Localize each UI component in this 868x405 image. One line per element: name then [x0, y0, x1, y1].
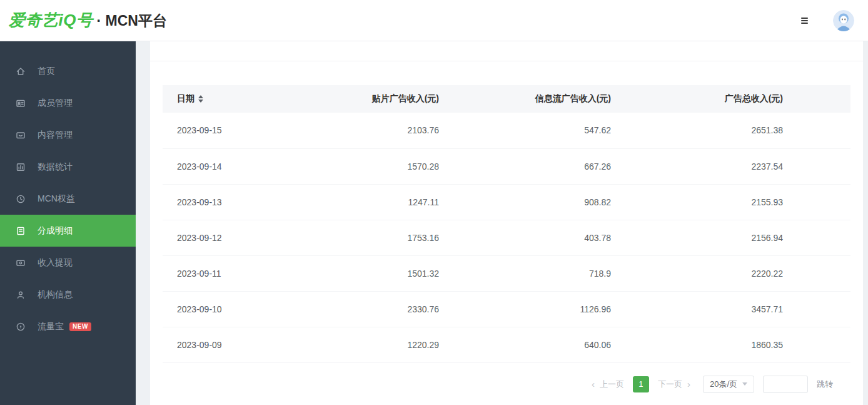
sidebar-item-traffic[interactable]: 流量宝 NEW	[0, 310, 136, 342]
sidebar-item-label: 分成明细	[38, 225, 73, 237]
logo-product-text: · MCN平台	[96, 11, 166, 31]
mcn-platform-app: 爱奇艺iQ号 · MCN平台 首页	[0, 0, 868, 405]
cell-patch-ad: 2103.76	[335, 113, 507, 148]
page-size-value: 20条/页	[710, 379, 737, 390]
member-card-icon	[16, 98, 26, 108]
sidebar-item-members[interactable]: 成员管理	[0, 87, 136, 119]
cell-patch-ad: 1220.29	[335, 327, 507, 362]
cell-patch-ad: 1501.32	[335, 255, 507, 291]
avatar-mascot-icon	[833, 10, 854, 31]
cell-total-ad: 3457.71	[679, 291, 850, 327]
sidebar-item-label: 数据统计	[38, 161, 73, 173]
cell-patch-ad: 2330.76	[335, 291, 507, 327]
column-header-total-ad: 广告总收入(元)	[679, 85, 850, 113]
cell-total-ad: 2156.94	[679, 220, 850, 255]
header-actions	[800, 10, 854, 31]
sidebar-item-label: 流量宝	[38, 321, 64, 332]
user-avatar[interactable]	[833, 10, 854, 31]
cell-date: 2023-09-11	[163, 255, 335, 291]
sidebar-item-stats[interactable]: 数据统计	[0, 151, 136, 183]
sidebar-nav: 首页 成员管理 内容管理 数据统计 MCN权益	[0, 41, 136, 405]
document-icon	[16, 226, 26, 236]
cell-patch-ad: 1570.28	[335, 148, 507, 184]
cell-feed-ad: 640.06	[507, 327, 679, 362]
content-tv-icon	[16, 130, 26, 140]
cell-total-ad: 1860.35	[679, 327, 850, 362]
revenue-table-container: 日期 贴片广告收入(元) 信息流广告收入(元) 广告总收入(元) 2023-09…	[150, 61, 863, 393]
sidebar-item-label: 机构信息	[38, 289, 73, 300]
top-header: 爱奇艺iQ号 · MCN平台	[0, 0, 868, 41]
jump-button[interactable]: 跳转	[817, 379, 833, 390]
cell-date: 2023-09-12	[163, 220, 335, 255]
card-toolbar	[150, 41, 863, 61]
column-header-date[interactable]: 日期	[163, 85, 335, 113]
cell-feed-ad: 547.62	[507, 113, 679, 148]
cell-date: 2023-09-10	[163, 291, 335, 327]
table-row: 2023-09-09 1220.29 640.06 1860.35	[163, 327, 850, 362]
user-icon	[16, 290, 26, 300]
table-row: 2023-09-14 1570.28 667.26 2237.54	[163, 148, 850, 184]
cell-date: 2023-09-13	[163, 184, 335, 220]
home-icon	[16, 66, 26, 76]
bar-chart-icon	[16, 162, 26, 172]
sort-icon[interactable]	[198, 95, 203, 103]
cell-feed-ad: 667.26	[507, 148, 679, 184]
table-row: 2023-09-13 1247.11 908.82 2155.93	[163, 184, 850, 220]
cell-feed-ad: 403.78	[507, 220, 679, 255]
sidebar-item-home[interactable]: 首页	[0, 55, 136, 87]
column-header-feed-ad: 信息流广告收入(元)	[507, 85, 679, 113]
sidebar-item-label: 成员管理	[38, 98, 73, 109]
new-badge: NEW	[69, 322, 91, 331]
content-card: 日期 贴片广告收入(元) 信息流广告收入(元) 广告总收入(元) 2023-09…	[150, 41, 863, 405]
cell-total-ad: 2651.38	[679, 113, 850, 148]
sidebar-item-label: 收入提现	[38, 257, 73, 269]
cell-date: 2023-09-14	[163, 148, 335, 184]
sidebar-item-org-info[interactable]: 机构信息	[0, 279, 136, 310]
table-header-row: 日期 贴片广告收入(元) 信息流广告收入(元) 广告总收入(元)	[163, 85, 850, 113]
sidebar-item-label: 内容管理	[38, 130, 73, 141]
column-header-patch-ad: 贴片广告收入(元)	[335, 85, 507, 113]
cell-feed-ad: 1126.96	[507, 291, 679, 327]
cell-date: 2023-09-15	[163, 113, 335, 148]
pagination: ‹ 上一页 1 下一页 › 20条/页 跳转	[163, 376, 850, 393]
banknote-icon	[16, 258, 26, 268]
sidebar-item-label: 首页	[38, 66, 55, 77]
table-row: 2023-09-10 2330.76 1126.96 3457.71	[163, 291, 850, 327]
prev-page-arrow-icon[interactable]: ‹	[589, 379, 597, 389]
clock-icon	[16, 194, 26, 204]
next-page-button[interactable]: 下一页	[655, 379, 685, 390]
revenue-table: 日期 贴片广告收入(元) 信息流广告收入(元) 广告总收入(元) 2023-09…	[163, 85, 850, 363]
cell-total-ad: 2220.22	[679, 255, 850, 291]
cell-patch-ad: 1753.16	[335, 220, 507, 255]
table-row: 2023-09-12 1753.16 403.78 2156.94	[163, 220, 850, 255]
cell-feed-ad: 908.82	[507, 184, 679, 220]
cell-total-ad: 2155.93	[679, 184, 850, 220]
sidebar-item-label: MCN权益	[38, 193, 75, 205]
logo-brand-text: 爱奇艺iQ号	[9, 9, 93, 31]
cell-date: 2023-09-09	[163, 327, 335, 362]
sidebar-item-withdraw[interactable]: 收入提现	[0, 247, 136, 279]
sidebar-item-mcn-rights[interactable]: MCN权益	[0, 183, 136, 215]
current-page-button[interactable]: 1	[633, 376, 649, 392]
cell-patch-ad: 1247.11	[335, 184, 507, 220]
cell-total-ad: 2237.54	[679, 148, 850, 184]
table-row: 2023-09-11 1501.32 718.9 2220.22	[163, 255, 850, 291]
app-logo[interactable]: 爱奇艺iQ号 · MCN平台	[9, 9, 167, 31]
next-page-arrow-icon[interactable]: ›	[685, 379, 693, 389]
page-size-select[interactable]: 20条/页	[703, 376, 754, 393]
cell-feed-ad: 718.9	[507, 255, 679, 291]
prev-page-button[interactable]: 上一页	[597, 379, 627, 390]
hamburger-menu-icon[interactable]	[800, 15, 809, 26]
bolt-circle-icon	[16, 322, 26, 332]
sidebar-item-revenue-detail[interactable]: 分成明细	[0, 215, 136, 247]
table-row: 2023-09-15 2103.76 547.62 2651.38	[163, 113, 850, 148]
chevron-down-icon	[742, 382, 747, 386]
main-content: 日期 贴片广告收入(元) 信息流广告收入(元) 广告总收入(元) 2023-09…	[136, 41, 868, 405]
sidebar-item-content[interactable]: 内容管理	[0, 119, 136, 151]
jump-page-input[interactable]	[763, 376, 808, 393]
